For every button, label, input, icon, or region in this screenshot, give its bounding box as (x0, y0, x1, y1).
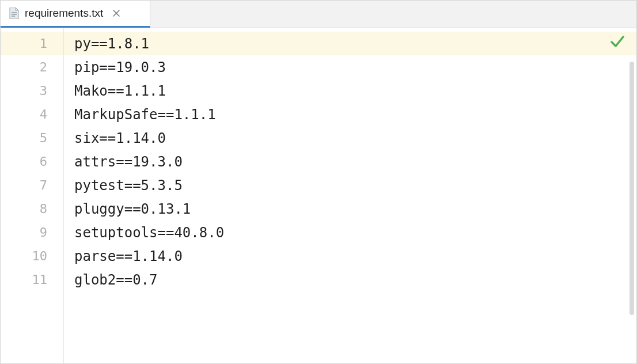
tab-bar: requirements.txt (1, 1, 636, 28)
line-number[interactable]: 2 (1, 55, 63, 79)
scrollbar-thumb[interactable] (630, 62, 634, 315)
line-number[interactable]: 6 (1, 150, 63, 173)
analysis-ok-icon[interactable] (610, 34, 625, 49)
line-number[interactable]: 7 (1, 173, 63, 197)
line-number[interactable]: 8 (1, 197, 63, 221)
code-line[interactable]: parse==1.14.0 (64, 244, 636, 268)
code-line[interactable]: pluggy==0.13.1 (64, 197, 636, 221)
code-line[interactable]: MarkupSafe==1.1.1 (64, 103, 636, 126)
line-number[interactable]: 1 (1, 32, 63, 55)
code-area[interactable]: py==1.8.1pip==19.0.3Mako==1.1.1MarkupSaf… (64, 28, 636, 363)
line-number[interactable]: 9 (1, 221, 63, 244)
code-line[interactable]: pytest==5.3.5 (64, 173, 636, 197)
gutter: 1234567891011 (1, 28, 64, 363)
code-line[interactable]: attrs==19.3.0 (64, 150, 636, 173)
code-line[interactable]: Mako==1.1.1 (64, 79, 636, 103)
line-number[interactable]: 4 (1, 103, 63, 126)
editor: 1234567891011 py==1.8.1pip==19.0.3Mako==… (1, 28, 636, 363)
line-number[interactable]: 11 (1, 268, 63, 291)
line-number[interactable]: 5 (1, 126, 63, 150)
textfile-icon (9, 7, 19, 19)
tab-label: requirements.txt (25, 7, 103, 20)
close-icon[interactable] (112, 9, 120, 17)
code-line[interactable]: py==1.8.1 (64, 32, 636, 55)
code-line[interactable]: setuptools==40.8.0 (64, 221, 636, 244)
line-number[interactable]: 10 (1, 244, 63, 268)
code-line[interactable]: glob2==0.7 (64, 268, 636, 291)
code-line[interactable]: pip==19.0.3 (64, 55, 636, 79)
tab-requirements[interactable]: requirements.txt (1, 1, 150, 28)
code-line[interactable]: six==1.14.0 (64, 126, 636, 150)
line-number[interactable]: 3 (1, 79, 63, 103)
